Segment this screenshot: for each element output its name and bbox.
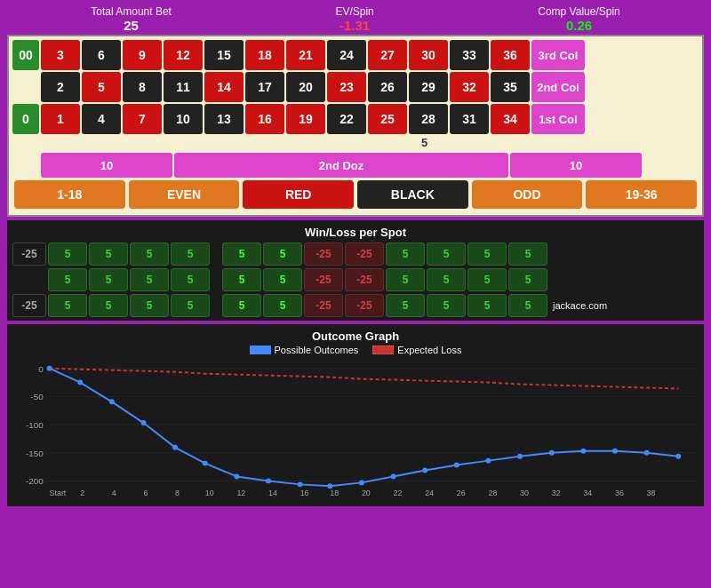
cell-5[interactable]: 5 (82, 72, 121, 102)
svg-point-44 (485, 458, 491, 464)
ev-spin-value: -1.31 (335, 18, 373, 33)
wl-r2-c1[interactable]: 5 (48, 268, 87, 291)
wl-r1-c5[interactable]: 5 (222, 242, 261, 266)
cell-19[interactable]: 19 (286, 104, 325, 134)
outside-red[interactable]: RED (243, 180, 354, 209)
graph-title: Outcome Graph (12, 328, 699, 345)
wl-r3-c9[interactable]: 5 (386, 294, 425, 317)
svg-text:24: 24 (425, 489, 434, 497)
col-label-3rd[interactable]: 3rd Col (531, 40, 585, 70)
dozen-cell-3rd[interactable]: 10 (510, 153, 642, 178)
wl-r3-c1[interactable]: 5 (48, 294, 87, 317)
wl-r2-c12[interactable]: 5 (508, 268, 547, 291)
wl-r3-c2[interactable]: 5 (89, 294, 128, 317)
cell-35[interactable]: 35 (491, 72, 530, 102)
wl-row-1: -25 5 5 5 5 5 5 -25 -25 5 5 5 5 (12, 242, 699, 266)
wl-r3-c3[interactable]: 5 (130, 294, 169, 317)
wl-r2-c9[interactable]: 5 (386, 268, 425, 291)
wl-r3-c11[interactable]: 5 (467, 294, 507, 317)
wl-r2-c11[interactable]: 5 (467, 268, 507, 291)
outside-even[interactable]: EVEN (129, 180, 240, 209)
cell-12[interactable]: 12 (164, 40, 203, 70)
legend-possible: Possible Outcomes (250, 345, 359, 355)
wl-r1-c4[interactable]: 5 (171, 242, 210, 266)
svg-point-37 (266, 478, 271, 483)
wl-r2-c7[interactable]: -25 (304, 268, 343, 291)
cell-10[interactable]: 10 (164, 104, 203, 134)
cell-8[interactable]: 8 (123, 72, 162, 102)
cell-29[interactable]: 29 (409, 72, 448, 102)
svg-text:10: 10 (205, 489, 214, 497)
wl-r3-c0[interactable]: -25 (12, 294, 46, 317)
svg-point-49 (644, 450, 650, 456)
wl-r1-c8[interactable]: -25 (345, 242, 384, 266)
cell-15[interactable]: 15 (204, 40, 244, 70)
wl-r2-c6[interactable]: 5 (263, 268, 302, 291)
wl-r3-c12[interactable]: 5 (508, 294, 547, 317)
cell-14[interactable]: 14 (204, 72, 244, 102)
wl-r3-c8[interactable]: -25 (345, 294, 384, 317)
cell-18[interactable]: 18 (245, 40, 284, 70)
cell-31[interactable]: 31 (450, 104, 489, 134)
cell-1[interactable]: 1 (41, 104, 80, 134)
dozen-cell-2nd[interactable]: 2nd Doz (174, 153, 508, 178)
cell-22[interactable]: 22 (327, 104, 366, 134)
wl-r1-c7[interactable]: -25 (304, 242, 343, 266)
cell-34[interactable]: 34 (491, 104, 530, 134)
wl-r3-c7[interactable]: -25 (304, 294, 343, 317)
cell-26[interactable]: 26 (368, 72, 407, 102)
wl-r1-c2[interactable]: 5 (89, 242, 128, 266)
outside-row: 1-18 EVEN RED BLACK ODD 19-36 (12, 180, 699, 209)
cell-32[interactable]: 32 (450, 72, 489, 102)
wl-r2-c8[interactable]: -25 (345, 268, 384, 291)
jackace-label: jackace.com (553, 300, 607, 311)
wl-r1-c1[interactable]: 5 (48, 242, 87, 266)
cell-25[interactable]: 25 (368, 104, 407, 134)
col-label-2nd[interactable]: 2nd Col (531, 72, 585, 102)
cell-17[interactable]: 17 (245, 72, 284, 102)
wl-r2-c3[interactable]: 5 (130, 268, 169, 291)
cell-9[interactable]: 9 (123, 40, 162, 70)
wl-r1-c6[interactable]: 5 (263, 242, 302, 266)
outside-19-36[interactable]: 19-36 (586, 180, 697, 209)
cell-16[interactable]: 16 (245, 104, 284, 134)
cell-7[interactable]: 7 (123, 104, 162, 134)
cell-36[interactable]: 36 (491, 40, 530, 70)
wl-r1-c3[interactable]: 5 (130, 242, 169, 266)
dozen-cell-1st[interactable]: 10 (41, 153, 172, 178)
roulette-table: 00 3 6 9 12 15 18 21 24 27 30 33 36 3rd … (7, 35, 704, 217)
cell-27[interactable]: 27 (368, 40, 407, 70)
cell-30[interactable]: 30 (409, 40, 448, 70)
cell-28[interactable]: 28 (409, 104, 448, 134)
outside-1-18[interactable]: 1-18 (14, 180, 125, 209)
wl-r2-c5[interactable]: 5 (222, 268, 261, 291)
wl-r2-c4[interactable]: 5 (171, 268, 210, 291)
outside-black[interactable]: BLACK (357, 180, 468, 209)
cell-33[interactable]: 33 (450, 40, 489, 70)
wl-r3-c10[interactable]: 5 (427, 294, 466, 317)
wl-r1-c12[interactable]: 5 (508, 242, 547, 266)
wl-r1-c11[interactable]: 5 (467, 242, 507, 266)
wl-r2-c2[interactable]: 5 (89, 268, 128, 291)
outside-odd[interactable]: ODD (472, 180, 583, 209)
cell-3[interactable]: 3 (41, 40, 80, 70)
wl-r1-c9[interactable]: 5 (386, 242, 425, 266)
wl-r3-c5[interactable]: 5 (222, 294, 261, 317)
cell-4[interactable]: 4 (82, 104, 121, 134)
cell-00[interactable]: 00 (12, 40, 39, 70)
cell-11[interactable]: 11 (164, 72, 203, 102)
wl-r2-c10[interactable]: 5 (427, 268, 466, 291)
col-label-1st[interactable]: 1st Col (531, 104, 585, 134)
cell-24[interactable]: 24 (327, 40, 366, 70)
cell-13[interactable]: 13 (204, 104, 244, 134)
wl-r1-c0[interactable]: -25 (12, 242, 46, 266)
cell-2[interactable]: 2 (41, 72, 80, 102)
cell-23[interactable]: 23 (327, 72, 366, 102)
cell-0[interactable]: 0 (12, 104, 39, 134)
cell-21[interactable]: 21 (286, 40, 325, 70)
cell-20[interactable]: 20 (286, 72, 325, 102)
wl-r3-c4[interactable]: 5 (171, 294, 210, 317)
wl-r1-c10[interactable]: 5 (427, 242, 466, 266)
cell-6[interactable]: 6 (82, 40, 121, 70)
wl-r3-c6[interactable]: 5 (263, 294, 302, 317)
